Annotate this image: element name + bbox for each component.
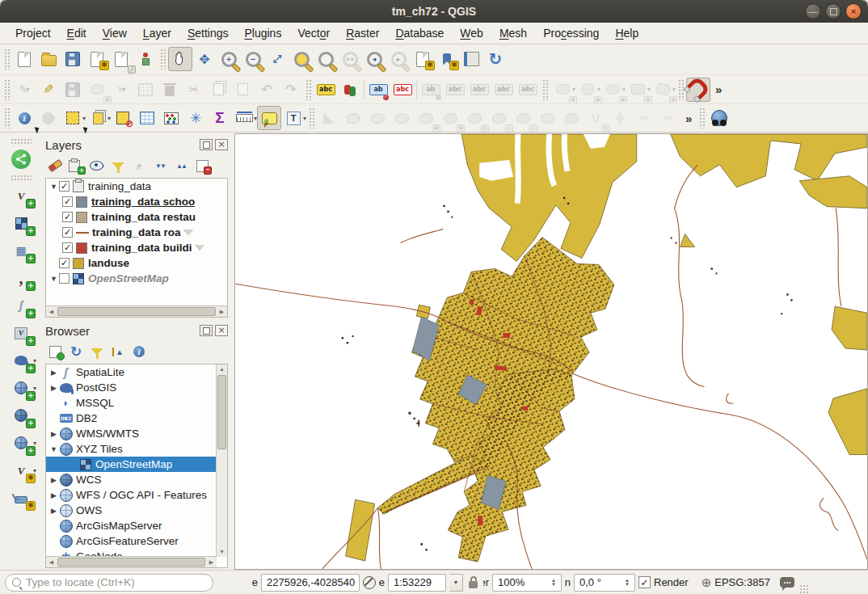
toolbar-grip[interactable]: [699, 107, 705, 128]
minimize-button[interactable]: —: [805, 3, 821, 19]
expand-arrow-icon[interactable]: ▶: [48, 507, 59, 515]
modify-attributes-button[interactable]: [133, 78, 158, 102]
layer-checkbox[interactable]: ✓: [59, 258, 70, 268]
zoom-out-button[interactable]: −: [241, 47, 265, 71]
statistical-summary-button[interactable]: Σ: [208, 106, 232, 130]
current-edits-button[interactable]: ✎▾: [12, 78, 36, 102]
browser-item-label[interactable]: PostGIS: [76, 381, 116, 394]
layer-checkbox[interactable]: ✓: [62, 196, 73, 207]
layer-label[interactable]: OpenStreetMap: [88, 272, 169, 284]
layer-row[interactable]: ✓ training_data restau: [46, 209, 227, 225]
add-point-cloud-layer-button[interactable]: ✱: [6, 484, 36, 512]
layer-checkbox[interactable]: ✓: [62, 227, 73, 238]
avoid-intersections-button[interactable]: ╬: [608, 106, 632, 130]
spin-down-icon[interactable]: ▼: [551, 583, 556, 587]
new-bookmark-button[interactable]: ✱: [411, 47, 435, 71]
move-label-button[interactable]: abc: [467, 78, 491, 102]
delete-selected-button[interactable]: [158, 78, 182, 102]
select-by-value-button[interactable]: [86, 106, 110, 130]
measure-button[interactable]: [232, 106, 256, 130]
expand-arrow-icon[interactable]: ▶: [48, 430, 59, 438]
add-postgis-layer-button[interactable]: +▾: [6, 347, 36, 374]
layer-swatch[interactable]: [76, 212, 87, 223]
menu-layer[interactable]: Layer: [136, 24, 179, 42]
scale-input[interactable]: 1:53229: [388, 574, 446, 592]
scrollbar-thumb[interactable]: [217, 375, 226, 449]
scroll-left-icon[interactable]: ◀: [46, 558, 57, 567]
browser-item-label[interactable]: OpenStreetMap: [95, 458, 172, 470]
coordinate-input[interactable]: 2275926,-4028540: [261, 574, 360, 592]
layer-checkbox[interactable]: ✓: [62, 212, 73, 222]
expand-arrow-icon[interactable]: ▼: [48, 275, 59, 283]
add-delimited-text-layer-button[interactable]: ,+: [6, 264, 36, 292]
processing-toolbox-button[interactable]: ✳: [183, 106, 208, 130]
data-source-manager-button[interactable]: [6, 145, 36, 173]
undo-button[interactable]: ↶: [255, 78, 279, 102]
layer-diagram-button[interactable]: [338, 78, 362, 102]
collapse-all-button[interactable]: ▲▲: [171, 156, 191, 175]
pan-to-selection-button[interactable]: ✥: [192, 47, 217, 71]
copy-features-button[interactable]: [206, 78, 230, 102]
close-panel-button[interactable]: ×: [215, 139, 228, 150]
rotate-point-symbols-button[interactable]: ✂: [632, 106, 656, 130]
show-bookmarks-button[interactable]: ✱: [435, 47, 459, 71]
browser-item-label[interactable]: XYZ Tiles: [76, 443, 123, 455]
layer-row[interactable]: ✓ training_data roa: [46, 225, 227, 240]
browser-item-label[interactable]: ArcGisMapServer: [76, 520, 162, 532]
crs-status-button[interactable]: EPSG:3857: [714, 576, 770, 588]
open-project-button[interactable]: [36, 47, 61, 71]
show-unplaced-labels-button[interactable]: abc: [443, 78, 467, 102]
toolbar-overflow-button[interactable]: »: [710, 82, 727, 96]
resize-grip[interactable]: [799, 584, 809, 594]
manage-map-themes-button[interactable]: ▾: [87, 156, 107, 175]
split-parts-button[interactable]: [390, 106, 414, 130]
browser-item[interactable]: ◗MSSQL: [46, 395, 227, 411]
menu-edit[interactable]: Edit: [60, 24, 94, 42]
show-layout-manager-button[interactable]: ╱: [109, 47, 133, 71]
add-wms-layer-button[interactable]: +▾: [6, 374, 36, 402]
add-virtual-layer-button[interactable]: V+: [6, 319, 36, 347]
layer-swatch[interactable]: [76, 242, 87, 254]
fill-ring-button[interactable]: [535, 106, 559, 130]
expand-arrow-icon[interactable]: ▼: [48, 183, 59, 191]
scrollbar-thumb[interactable]: [57, 307, 216, 316]
rotation-spinner[interactable]: 0,0 °▲▼: [574, 574, 635, 592]
delete-ring-button[interactable]: ✕: [511, 106, 535, 130]
browser-item-label[interactable]: MSSQL: [76, 397, 114, 409]
menu-project[interactable]: Project: [8, 24, 58, 42]
text-annotation-button[interactable]: T: [281, 106, 305, 130]
browser-item[interactable]: DB2DB2: [46, 411, 227, 426]
menu-raster[interactable]: Raster: [339, 24, 386, 42]
style-manager-button[interactable]: [133, 47, 158, 71]
browser-item[interactable]: ▶WCS: [46, 472, 227, 487]
expand-arrow-icon[interactable]: ▶: [48, 491, 59, 499]
layer-checkbox[interactable]: ✓: [59, 181, 70, 192]
toolbar-grip[interactable]: [4, 107, 10, 128]
toolbar-grip[interactable]: [4, 48, 10, 70]
digitize-regular-polygon-button[interactable]: ✱: [651, 78, 675, 102]
properties-widget-button[interactable]: i: [129, 342, 149, 361]
menu-view[interactable]: View: [95, 24, 134, 42]
expand-arrow-icon[interactable]: ▶: [48, 369, 59, 377]
layer-swatch[interactable]: [76, 196, 87, 208]
menu-web[interactable]: Web: [453, 24, 491, 42]
filter-browser-button[interactable]: [87, 342, 107, 361]
zoom-next-button[interactable]: ▸: [386, 47, 411, 71]
osm-place-search-button[interactable]: [707, 106, 731, 130]
scroll-up-icon[interactable]: ▲: [217, 364, 227, 374]
layer-row[interactable]: ✓ training_data buildi: [46, 240, 227, 255]
title-bar[interactable]: tm_ch72 - QGIS — ×: [0, 0, 868, 23]
save-project-button[interactable]: [61, 47, 85, 71]
scroll-right-icon[interactable]: ▶: [217, 307, 227, 317]
float-panel-button[interactable]: [200, 325, 213, 336]
browser-item[interactable]: ▶WFS / OGC API - Features: [46, 487, 227, 503]
scroll-down-icon[interactable]: ▼: [217, 547, 227, 557]
browser-item-label[interactable]: DB2: [76, 412, 97, 424]
browser-item[interactable]: ▼XYZ Tiles: [46, 441, 227, 457]
offset-curve-button[interactable]: [559, 106, 584, 130]
rotate-feature-button[interactable]: ↻: [462, 106, 487, 130]
layer-label[interactable]: training_data schoo: [91, 196, 195, 208]
new-project-button[interactable]: [12, 47, 36, 71]
paste-features-button[interactable]: [230, 78, 255, 102]
add-wfs-layer-button[interactable]: +▾: [6, 429, 36, 457]
